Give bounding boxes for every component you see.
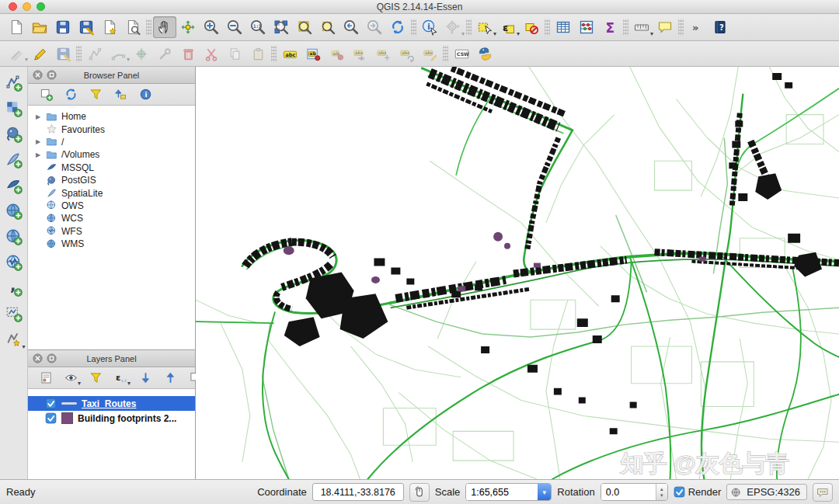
select-rectangle-button[interactable]: ▾	[473, 16, 496, 38]
python-console-button[interactable]	[473, 43, 496, 64]
statistics-panel-button[interactable]	[575, 16, 598, 38]
render-checkbox[interactable]	[674, 486, 685, 498]
manage-visibility-dropdown-icon[interactable]: ▾	[78, 381, 81, 387]
filter-legend-button[interactable]	[85, 369, 106, 388]
add-wms-layer-button[interactable]	[2, 200, 26, 223]
delete-selected-button[interactable]	[176, 43, 200, 64]
log-messages-button[interactable]	[813, 483, 833, 502]
browser-item-wcs[interactable]: WCS	[28, 212, 195, 224]
composer-manager-button[interactable]	[121, 16, 144, 38]
expander-icon[interactable]: ▶	[36, 138, 46, 145]
zoom-in-button[interactable]	[200, 16, 223, 38]
render-toggle[interactable]: Render	[674, 486, 722, 498]
expand-all-button[interactable]	[135, 369, 155, 388]
scale-combobox[interactable]: ▾	[465, 483, 552, 501]
identify-features-button[interactable]: i	[418, 16, 441, 38]
feature-action-dropdown-icon[interactable]: ▾	[461, 31, 465, 37]
save-project-as-button[interactable]	[75, 16, 98, 38]
zoom-last-button[interactable]	[339, 16, 363, 38]
coordinate-input[interactable]	[312, 483, 404, 501]
deselect-all-button[interactable]	[520, 16, 543, 38]
float-panel-icon[interactable]	[47, 353, 57, 363]
new-project-button[interactable]	[5, 16, 28, 38]
add-vector-layer-button[interactable]	[2, 71, 26, 95]
browser-item-volumes[interactable]: ▶/Volumes	[28, 148, 195, 161]
attribute-table-button[interactable]	[552, 16, 575, 38]
field-calculator-button[interactable]: Σ	[598, 16, 621, 38]
zoom-to-layer-button[interactable]	[293, 16, 316, 38]
zoom-to-selection-button[interactable]	[316, 16, 339, 38]
current-edits-button[interactable]: ▾	[5, 43, 28, 64]
zoom-next-button[interactable]	[363, 16, 386, 38]
save-edits-button[interactable]	[51, 43, 75, 64]
layer-visibility-checkbox[interactable]	[45, 412, 57, 424]
new-shapefile-layer-dropdown-icon[interactable]: ▾	[22, 344, 25, 350]
pan-to-selection-button[interactable]	[176, 16, 200, 38]
highlight-pinned-button[interactable]: ab	[325, 43, 348, 64]
circular-string-button[interactable]: ▾	[106, 43, 130, 64]
add-spatialite-layer-button[interactable]	[2, 148, 26, 172]
add-wcs-layer-button[interactable]	[2, 225, 26, 249]
select-expression-button[interactable]: ε▾	[496, 16, 520, 38]
rotation-spinbox[interactable]: ▴▾	[601, 483, 668, 501]
layer-row-building-footprints-2[interactable]: Building footprints 2...	[28, 411, 195, 426]
expander-icon[interactable]: ▶	[36, 113, 46, 120]
add-raster-layer-button[interactable]	[2, 97, 26, 120]
refresh-browser-button[interactable]	[61, 85, 81, 104]
browser-item-wms[interactable]: WMS	[28, 238, 195, 250]
browser-item-ows[interactable]: OWS	[28, 200, 195, 212]
expander-icon[interactable]: ▶	[36, 151, 46, 158]
crs-status-button[interactable]: EPSG:4326	[726, 484, 807, 500]
node-tool-button[interactable]	[153, 43, 176, 64]
add-mssql-layer-button[interactable]	[2, 174, 26, 197]
map-canvas[interactable]: 知乎 @灰色与青	[196, 67, 839, 479]
toolbar-overflow-button[interactable]: »	[685, 16, 708, 38]
open-project-button[interactable]	[28, 16, 51, 38]
browser-properties-button[interactable]: i	[135, 85, 155, 104]
filter-expression-button[interactable]: ε1.2▾	[110, 369, 131, 388]
move-feature-button[interactable]	[130, 43, 153, 64]
zoom-full-button[interactable]	[270, 16, 293, 38]
rotate-label-button[interactable]: abc	[395, 43, 418, 64]
filter-expression-dropdown-icon[interactable]: ▾	[127, 381, 131, 387]
add-feature-button[interactable]	[83, 43, 106, 64]
styling-dock-button[interactable]	[36, 369, 56, 388]
close-panel-icon[interactable]	[33, 70, 43, 80]
zoom-native-button[interactable]: 1:1	[246, 16, 270, 38]
map-tips-button[interactable]	[653, 16, 677, 38]
move-label-button[interactable]: abc	[371, 43, 395, 64]
rotation-stepper[interactable]: ▴▾	[656, 484, 667, 500]
change-label-button[interactable]: abc	[418, 43, 441, 64]
new-shapefile-layer-button[interactable]: ▾	[2, 328, 26, 351]
pan-map-button[interactable]	[153, 16, 176, 38]
toggle-extents-mouse-button[interactable]	[409, 483, 430, 502]
zoom-out-button[interactable]	[223, 16, 246, 38]
copy-features-button[interactable]	[223, 43, 246, 64]
collapse-all-button[interactable]	[160, 369, 180, 388]
float-panel-icon[interactable]	[47, 70, 57, 80]
labeling-button[interactable]: abc	[278, 43, 301, 64]
layer-row-taxi-routes[interactable]: Taxi_Routes	[28, 396, 195, 411]
browser-item-spatialite[interactable]: SpatiaLite	[28, 186, 195, 199]
filter-browser-button[interactable]	[85, 85, 106, 104]
browser-item-mssql[interactable]: MSSQL	[28, 162, 195, 174]
collapse-browser-button[interactable]	[110, 85, 131, 104]
close-panel-icon[interactable]	[33, 353, 43, 363]
add-wfs-layer-button[interactable]	[2, 251, 26, 274]
cut-features-button[interactable]	[200, 43, 223, 64]
browser-item-wfs[interactable]: WFS	[28, 225, 195, 238]
help-contents-button[interactable]: ?	[708, 16, 732, 38]
layer-visibility-checkbox[interactable]	[45, 398, 57, 409]
map-refresh-button[interactable]	[386, 16, 409, 38]
manage-visibility-button[interactable]: ▾	[61, 369, 81, 388]
rotation-input[interactable]	[601, 484, 656, 500]
browser-item-postgis[interactable]: PostGIS	[28, 174, 195, 186]
browser-item-home[interactable]: ▶Home	[28, 110, 195, 123]
pin-labels-button[interactable]: ab	[301, 43, 325, 64]
metasearch-button[interactable]: CSW	[450, 43, 473, 64]
add-delimited-text-button[interactable]: ,	[2, 276, 26, 300]
save-project-button[interactable]	[51, 16, 75, 38]
toggle-editing-button[interactable]	[28, 43, 51, 64]
new-composer-button[interactable]	[98, 16, 121, 38]
scale-input[interactable]	[466, 484, 538, 500]
